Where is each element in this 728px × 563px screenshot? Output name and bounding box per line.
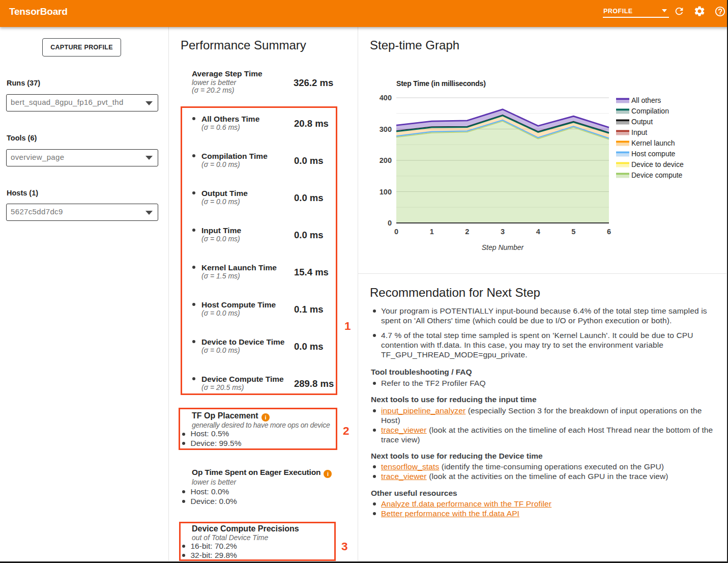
svg-text:5: 5 <box>571 228 575 236</box>
svg-text:3: 3 <box>501 228 505 236</box>
svg-text:Kernel launch: Kernel launch <box>631 139 675 147</box>
svg-text:2: 2 <box>465 228 469 236</box>
svg-text:1: 1 <box>430 228 434 236</box>
svg-text:0: 0 <box>394 228 398 236</box>
svg-text:Device to device: Device to device <box>631 160 684 168</box>
svg-text:6: 6 <box>607 228 611 236</box>
svg-text:200: 200 <box>380 156 392 164</box>
svg-text:400: 400 <box>380 94 392 102</box>
svg-text:Output: Output <box>631 118 653 126</box>
svg-text:All others: All others <box>631 96 661 104</box>
svg-text:0: 0 <box>388 219 392 227</box>
svg-text:100: 100 <box>380 188 392 196</box>
svg-text:300: 300 <box>380 125 392 133</box>
svg-text:Device compute: Device compute <box>631 171 683 179</box>
svg-text:Host compute: Host compute <box>631 150 676 158</box>
svg-text:Step Time (in milliseconds): Step Time (in milliseconds) <box>396 79 486 88</box>
svg-text:Input: Input <box>631 128 647 136</box>
svg-text:4: 4 <box>536 228 540 236</box>
svg-text:Step Number: Step Number <box>482 243 525 251</box>
svg-text:Compilation: Compilation <box>631 107 669 115</box>
